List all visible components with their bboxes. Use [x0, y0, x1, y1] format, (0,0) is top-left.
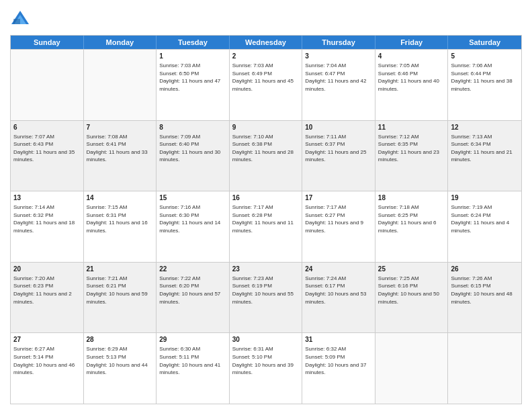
calendar-cell: 24Sunrise: 7:24 AM Sunset: 6:17 PM Dayli… [302, 263, 375, 333]
calendar-cell: 5Sunrise: 7:06 AM Sunset: 6:44 PM Daylig… [448, 50, 521, 120]
day-number: 6 [13, 123, 81, 132]
day-number: 12 [451, 123, 519, 132]
calendar-cell: 11Sunrise: 7:12 AM Sunset: 6:35 PM Dayli… [375, 121, 449, 191]
calendar-cell: 20Sunrise: 7:20 AM Sunset: 6:23 PM Dayli… [11, 263, 84, 333]
calendar-cell: 12Sunrise: 7:13 AM Sunset: 6:34 PM Dayli… [448, 121, 521, 191]
day-number: 7 [87, 123, 154, 132]
header-cell-wednesday: Wednesday [230, 36, 303, 49]
cell-info: Sunrise: 6:30 AM Sunset: 5:11 PM Dayligh… [159, 345, 226, 376]
day-number: 15 [159, 193, 226, 203]
calendar-row-0: 1Sunrise: 7:03 AM Sunset: 6:50 PM Daylig… [11, 49, 521, 120]
cell-info: Sunrise: 6:31 AM Sunset: 5:10 PM Dayligh… [232, 345, 300, 376]
cell-info: Sunrise: 7:22 AM Sunset: 6:20 PM Dayligh… [159, 275, 226, 306]
cell-info: Sunrise: 7:17 AM Sunset: 6:27 PM Dayligh… [305, 203, 372, 234]
day-number: 13 [13, 193, 81, 203]
calendar: SundayMondayTuesdayWednesdayThursdayFrid… [10, 35, 522, 404]
logo [10, 9, 33, 30]
header-cell-thursday: Thursday [302, 36, 375, 49]
cell-info: Sunrise: 7:25 AM Sunset: 6:16 PM Dayligh… [378, 275, 445, 306]
calendar-cell [84, 50, 157, 120]
day-number: 30 [232, 335, 300, 345]
header-cell-saturday: Saturday [448, 36, 521, 49]
day-number: 27 [13, 335, 81, 345]
header-cell-tuesday: Tuesday [157, 36, 230, 49]
cell-info: Sunrise: 7:05 AM Sunset: 6:46 PM Dayligh… [378, 62, 445, 93]
day-number: 16 [232, 193, 300, 203]
header [10, 7, 522, 30]
cell-info: Sunrise: 7:03 AM Sunset: 6:50 PM Dayligh… [159, 62, 226, 93]
svg-rect-2 [13, 19, 20, 24]
cell-info: Sunrise: 7:10 AM Sunset: 6:38 PM Dayligh… [232, 133, 300, 164]
calendar-cell: 2Sunrise: 7:03 AM Sunset: 6:49 PM Daylig… [230, 50, 303, 120]
header-cell-monday: Monday [84, 36, 157, 49]
day-number: 5 [451, 52, 519, 61]
day-number: 31 [305, 335, 372, 345]
cell-info: Sunrise: 7:18 AM Sunset: 6:25 PM Dayligh… [378, 203, 445, 234]
cell-info: Sunrise: 7:04 AM Sunset: 6:47 PM Dayligh… [305, 62, 372, 93]
calendar-cell: 8Sunrise: 7:09 AM Sunset: 6:40 PM Daylig… [157, 121, 230, 191]
calendar-cell: 26Sunrise: 7:26 AM Sunset: 6:15 PM Dayli… [448, 263, 521, 333]
calendar-cell: 25Sunrise: 7:25 AM Sunset: 6:16 PM Dayli… [375, 263, 449, 333]
cell-info: Sunrise: 7:03 AM Sunset: 6:49 PM Dayligh… [232, 62, 300, 93]
calendar-cell: 19Sunrise: 7:19 AM Sunset: 6:24 PM Dayli… [448, 191, 521, 262]
day-number: 21 [87, 265, 154, 274]
calendar-cell: 17Sunrise: 7:17 AM Sunset: 6:27 PM Dayli… [302, 191, 375, 262]
day-number: 23 [232, 265, 300, 274]
day-number: 9 [232, 123, 300, 132]
cell-info: Sunrise: 7:13 AM Sunset: 6:34 PM Dayligh… [451, 133, 519, 164]
day-number: 18 [378, 193, 445, 203]
cell-info: Sunrise: 6:29 AM Sunset: 5:13 PM Dayligh… [87, 345, 154, 376]
calendar-cell: 21Sunrise: 7:21 AM Sunset: 6:21 PM Dayli… [84, 263, 157, 333]
calendar-cell [448, 333, 521, 404]
logo-icon [10, 9, 30, 30]
cell-info: Sunrise: 7:06 AM Sunset: 6:44 PM Dayligh… [451, 62, 519, 93]
calendar-cell: 10Sunrise: 7:11 AM Sunset: 6:37 PM Dayli… [302, 121, 375, 191]
cell-info: Sunrise: 7:19 AM Sunset: 6:24 PM Dayligh… [451, 203, 519, 234]
calendar-cell: 30Sunrise: 6:31 AM Sunset: 5:10 PM Dayli… [230, 333, 303, 404]
day-number: 22 [159, 265, 226, 274]
day-number: 29 [159, 335, 226, 345]
day-number: 24 [305, 265, 372, 274]
cell-info: Sunrise: 7:15 AM Sunset: 6:31 PM Dayligh… [87, 203, 154, 234]
header-cell-friday: Friday [375, 36, 449, 49]
calendar-cell: 29Sunrise: 6:30 AM Sunset: 5:11 PM Dayli… [157, 333, 230, 404]
day-number: 4 [378, 52, 445, 61]
calendar-cell: 31Sunrise: 6:32 AM Sunset: 5:09 PM Dayli… [302, 333, 375, 404]
calendar-cell: 15Sunrise: 7:16 AM Sunset: 6:30 PM Dayli… [157, 191, 230, 262]
day-number: 8 [159, 123, 226, 132]
day-number: 10 [305, 123, 372, 132]
cell-info: Sunrise: 7:20 AM Sunset: 6:23 PM Dayligh… [13, 275, 81, 306]
calendar-row-3: 20Sunrise: 7:20 AM Sunset: 6:23 PM Dayli… [11, 262, 521, 333]
day-number: 20 [13, 265, 81, 274]
calendar-cell: 18Sunrise: 7:18 AM Sunset: 6:25 PM Dayli… [375, 191, 449, 262]
calendar-cell: 3Sunrise: 7:04 AM Sunset: 6:47 PM Daylig… [302, 50, 375, 120]
day-number: 25 [378, 265, 445, 274]
cell-info: Sunrise: 7:24 AM Sunset: 6:17 PM Dayligh… [305, 275, 372, 306]
cell-info: Sunrise: 7:21 AM Sunset: 6:21 PM Dayligh… [87, 275, 154, 306]
day-number: 2 [232, 52, 300, 61]
calendar-cell: 9Sunrise: 7:10 AM Sunset: 6:38 PM Daylig… [230, 121, 303, 191]
calendar-cell: 16Sunrise: 7:17 AM Sunset: 6:28 PM Dayli… [230, 191, 303, 262]
calendar-cell: 27Sunrise: 6:27 AM Sunset: 5:14 PM Dayli… [11, 333, 84, 404]
calendar-cell: 13Sunrise: 7:14 AM Sunset: 6:32 PM Dayli… [11, 191, 84, 262]
day-number: 19 [451, 193, 519, 203]
calendar-cell: 7Sunrise: 7:08 AM Sunset: 6:41 PM Daylig… [84, 121, 157, 191]
cell-info: Sunrise: 7:11 AM Sunset: 6:37 PM Dayligh… [305, 133, 372, 164]
cell-info: Sunrise: 7:26 AM Sunset: 6:15 PM Dayligh… [451, 275, 519, 306]
cell-info: Sunrise: 7:07 AM Sunset: 6:43 PM Dayligh… [13, 133, 81, 164]
cell-info: Sunrise: 7:09 AM Sunset: 6:40 PM Dayligh… [159, 133, 226, 164]
day-number: 3 [305, 52, 372, 61]
cell-info: Sunrise: 7:08 AM Sunset: 6:41 PM Dayligh… [87, 133, 154, 164]
calendar-cell [375, 333, 449, 404]
day-number: 14 [87, 193, 154, 203]
calendar-cell [11, 50, 84, 120]
calendar-row-1: 6Sunrise: 7:07 AM Sunset: 6:43 PM Daylig… [11, 120, 521, 191]
calendar-cell: 23Sunrise: 7:23 AM Sunset: 6:19 PM Dayli… [230, 263, 303, 333]
calendar-header-row: SundayMondayTuesdayWednesdayThursdayFrid… [11, 36, 521, 49]
calendar-cell: 1Sunrise: 7:03 AM Sunset: 6:50 PM Daylig… [157, 50, 230, 120]
calendar-row-4: 27Sunrise: 6:27 AM Sunset: 5:14 PM Dayli… [11, 332, 521, 404]
calendar-cell: 28Sunrise: 6:29 AM Sunset: 5:13 PM Dayli… [84, 333, 157, 404]
cell-info: Sunrise: 7:23 AM Sunset: 6:19 PM Dayligh… [232, 275, 300, 306]
calendar-cell: 14Sunrise: 7:15 AM Sunset: 6:31 PM Dayli… [84, 191, 157, 262]
cell-info: Sunrise: 7:16 AM Sunset: 6:30 PM Dayligh… [159, 203, 226, 234]
